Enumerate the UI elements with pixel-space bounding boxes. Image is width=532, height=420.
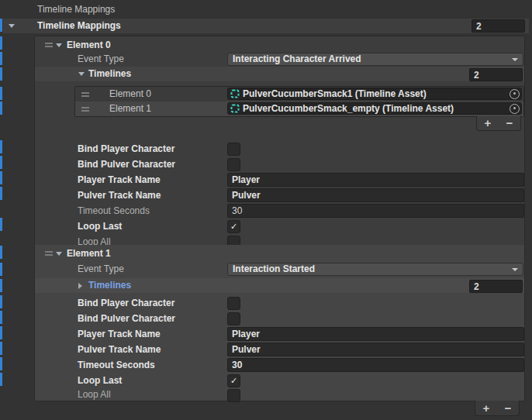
bind-pulver-label: Bind Pulver Character (78, 157, 175, 172)
timeline-item-name: Element 0 (109, 87, 151, 102)
loop-all-checkbox[interactable] (227, 389, 240, 402)
bind-player-checkbox[interactable] (227, 143, 240, 156)
object-picker-icon[interactable] (510, 104, 520, 114)
loop-last-checkbox[interactable]: ✓ (227, 220, 240, 233)
element-1-header[interactable]: Element 1 (35, 246, 524, 260)
property-row: Timeout Seconds (35, 357, 524, 373)
override-indicator (0, 218, 2, 231)
override-indicator (0, 342, 2, 355)
override-indicator (0, 326, 2, 339)
bind-pulver-checkbox[interactable] (227, 312, 240, 325)
timelines-list-box: Element 0 PulverCucumberSmack1 (Timeline… (74, 86, 524, 117)
property-row: Pulver Track Name (35, 188, 524, 203)
property-row: Bind Player Character (35, 295, 524, 311)
add-element-button[interactable]: + (478, 402, 495, 415)
add-element-button[interactable]: + (479, 117, 496, 129)
drag-handle-icon[interactable] (45, 43, 53, 47)
property-row: Loop Last ✓ (35, 373, 524, 388)
event-type-label: Event Type (78, 51, 124, 67)
property-row: Bind Player Character (35, 141, 524, 157)
timelines-header[interactable]: Timelines (35, 278, 524, 293)
player-track-label: Player Track Name (78, 172, 161, 188)
player-track-input[interactable] (227, 327, 524, 341)
drag-handle-icon[interactable] (81, 107, 89, 112)
event-type-dropdown[interactable]: Interacting Character Arrived (227, 53, 523, 66)
drag-handle-icon[interactable] (45, 251, 53, 256)
element-0-header[interactable]: Element 0 (35, 37, 524, 52)
timeout-seconds-label: Timeout Seconds (78, 203, 150, 219)
override-indicator (0, 67, 2, 81)
timeline-object-field[interactable]: PulverCucumberSmack1 (Timeline Asset) (227, 88, 522, 100)
event-type-dropdown[interactable]: Interaction Started (227, 263, 523, 276)
override-indicator (0, 156, 2, 169)
override-indicator (0, 311, 2, 324)
property-row: Pulver Track Name (35, 342, 524, 357)
list-size-field[interactable] (472, 19, 525, 33)
chevron-down-icon (512, 268, 518, 271)
loop-last-checkbox[interactable]: ✓ (227, 374, 240, 387)
override-indicator (0, 246, 2, 259)
chevron-down-icon (512, 58, 518, 61)
element-name: Element 0 (67, 38, 111, 52)
foldout-arrow-icon[interactable] (56, 43, 62, 47)
override-indicator (0, 140, 2, 153)
override-indicator (0, 357, 2, 370)
event-type-row: Event Type Interaction Started (35, 261, 524, 277)
player-track-input[interactable] (227, 173, 524, 187)
timeline-object-field[interactable]: PulverCucumberSmack_empty (Timeline Asse… (227, 102, 522, 115)
foldout-arrow-icon[interactable] (56, 252, 62, 256)
override-indicator (0, 52, 2, 65)
timelines-header[interactable]: Timelines (35, 67, 524, 81)
override-indicator (0, 263, 2, 276)
override-indicator (0, 19, 2, 32)
timeline-item-row[interactable]: Element 1 PulverCucumberSmack_empty (Tim… (75, 102, 523, 116)
override-indicator (0, 87, 2, 100)
element-name: Element 1 (67, 246, 111, 260)
override-indicator (0, 373, 2, 386)
foldout-arrow-icon[interactable] (9, 24, 15, 28)
property-row: Loop Last ✓ (35, 219, 524, 234)
list-title: Timeline Mappings (37, 19, 121, 33)
timeout-seconds-input[interactable] (227, 358, 524, 372)
property-row: Bind Pulver Character (35, 311, 524, 326)
override-indicator (0, 36, 2, 50)
pulver-track-input[interactable] (227, 343, 524, 356)
loop-all-label: Loop All (78, 388, 111, 401)
bind-player-label: Bind Player Character (78, 141, 174, 157)
timeline-object-value: PulverCucumberSmack_empty (Timeline Asse… (243, 103, 506, 114)
timeline-asset-icon (230, 104, 240, 113)
bind-player-label: Bind Player Character (78, 295, 174, 311)
property-row: Timeout Seconds (35, 203, 524, 219)
timelines-label: Timelines (88, 67, 131, 81)
script-field-label: Timeline Mappings (37, 4, 115, 15)
timeline-mappings-box: Element 0 Event Type Interacting Charact… (34, 36, 525, 401)
pulver-track-label: Pulver Track Name (78, 342, 161, 357)
element-1-region: Element 1 Event Type Interaction Started… (35, 245, 524, 401)
bind-player-checkbox[interactable] (227, 297, 240, 310)
drag-handle-icon[interactable] (81, 92, 89, 97)
inspector-panel: Timeline Mappings Timeline Mappings Elem… (0, 0, 532, 420)
timeline-mappings-footer: + − (475, 401, 520, 416)
property-row: Player Track Name (35, 326, 524, 342)
override-indicator (0, 102, 2, 115)
override-indicator (0, 279, 2, 292)
bind-pulver-label: Bind Pulver Character (78, 311, 175, 326)
timelines-size-field[interactable] (469, 68, 523, 81)
remove-element-button[interactable]: − (499, 402, 516, 415)
event-type-row: Event Type Interacting Character Arrived (35, 51, 524, 67)
loop-last-label: Loop Last (78, 373, 122, 388)
object-picker-icon[interactable] (510, 89, 520, 99)
pulver-track-input[interactable] (227, 188, 524, 202)
event-type-value: Interacting Character Arrived (233, 53, 361, 64)
foldout-arrow-icon[interactable] (78, 72, 85, 76)
timelines-label: Timelines (88, 278, 131, 292)
remove-element-button[interactable]: − (501, 117, 518, 129)
event-type-label: Event Type (78, 261, 124, 277)
bind-pulver-checkbox[interactable] (227, 158, 240, 171)
timelines-size-field[interactable] (469, 280, 523, 293)
foldout-arrow-icon[interactable] (78, 283, 82, 289)
timeout-seconds-input[interactable] (227, 204, 524, 218)
pulver-track-label: Pulver Track Name (78, 188, 161, 203)
timeline-mappings-header[interactable]: Timeline Mappings (3, 19, 529, 33)
timeline-item-row[interactable]: Element 0 PulverCucumberSmack1 (Timeline… (75, 87, 523, 102)
